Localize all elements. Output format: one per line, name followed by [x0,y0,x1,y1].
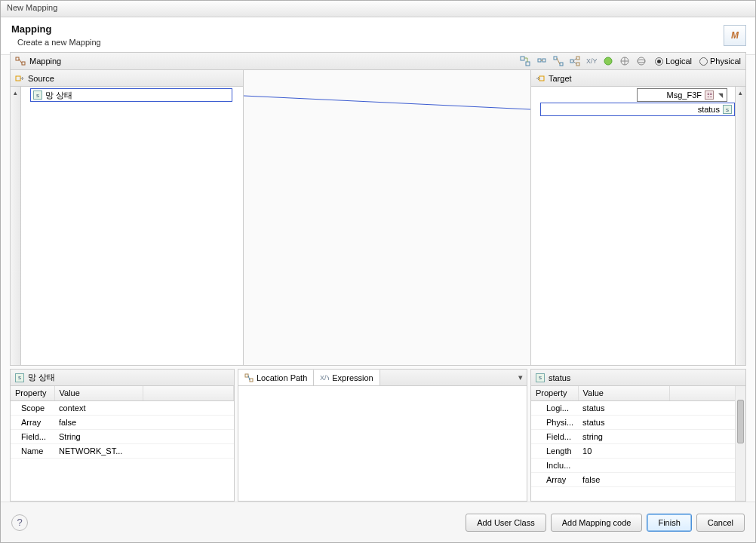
view-mode-logical[interactable]: Logical [655,57,692,66]
target-header: Target [531,70,745,87]
target-panel: Target ▴ Msg_F3F ☷ ◥ status s [530,70,746,366]
svg-rect-3 [526,62,530,66]
expression-panel: Location Path X/Y Expression ▾ [238,369,527,502]
svg-line-17 [244,96,530,109]
tree-branch-icon[interactable] [569,55,581,67]
svg-rect-16 [16,76,20,81]
source-body: ▴ s 망 상태 [11,87,243,365]
scrollbar[interactable] [735,386,745,501]
page-title: Mapping [11,23,101,35]
expression-tab-label: Expression [332,373,373,382]
add-user-class-button[interactable]: Add User Class [466,514,545,532]
connection-line [244,70,530,365]
left-props-panel: s 망 상태 Property Value Scopecontext Array… [10,369,235,502]
target-root-label: Msg_F3F [667,90,702,100]
table-row[interactable]: Arrayfalse [11,415,234,429]
mapping-canvas[interactable] [244,70,530,366]
help-button[interactable]: ? [11,514,28,531]
window-titlebar: New Mapping [1,1,755,17]
xy-icon[interactable]: X/Y [585,55,598,67]
scrollbar-thumb[interactable] [737,400,744,443]
bottom-split: s 망 상태 Property Value Scopecontext Array… [10,369,746,502]
mapping-toolbar: Mapping X/Y Logical Physical [10,52,746,70]
svg-rect-8 [570,60,573,63]
string-type-icon: s [536,373,545,382]
tab-location-path[interactable]: Location Path [238,370,314,385]
globe-1-icon[interactable] [619,55,631,67]
table-row[interactable]: Scopecontext [11,400,234,415]
target-node[interactable]: status s [540,103,735,116]
source-node[interactable]: s 망 상태 [30,88,232,102]
table-row[interactable]: Physi...status [531,415,745,429]
globe-green-icon[interactable] [602,55,614,67]
radio-icon [655,57,663,66]
physical-label: Physical [710,57,741,66]
svg-text:X/Y: X/Y [320,374,329,382]
dialog-header: Mapping Create a new Mapping M [1,17,755,55]
cancel-button[interactable]: Cancel [696,514,745,532]
source-expand-gutter[interactable]: ▴ [11,87,21,365]
tab-menu-dropdown[interactable]: ▾ [515,373,527,382]
svg-rect-0 [16,57,19,60]
source-node-label: 망 상태 [45,90,72,101]
expression-icon: X/Y [320,373,329,382]
header-text: Mapping Create a new Mapping [11,23,101,47]
mapping-bar-icon [15,56,26,66]
table-row[interactable]: Inclu... [531,458,745,472]
expression-tabs: Location Path X/Y Expression ▾ [238,370,527,386]
svg-rect-5 [542,59,545,62]
svg-rect-6 [554,57,557,60]
target-title: Target [549,74,572,83]
view-mode-physical[interactable]: Physical [699,57,741,66]
table-row[interactable]: Arrayfalse [531,472,745,486]
source-title: Source [28,74,54,83]
table-row[interactable]: Field...string [531,429,745,443]
svg-point-15 [638,60,645,63]
tab-expression[interactable]: X/Y Expression [314,370,380,385]
col-value[interactable]: Value [578,386,669,400]
right-props-table: Property Value Logi...status Physi...sta… [531,386,745,487]
right-props-title: status [549,373,570,382]
dialog-footer: ? Add User Class Add Mapping code Finish… [1,502,755,542]
add-mapping-code-button[interactable]: Add Mapping code [551,514,643,532]
location-path-icon [244,373,254,382]
source-header: Source [11,70,243,87]
col-property[interactable]: Property [11,386,54,400]
target-expand-gutter[interactable]: ▴ [735,87,745,365]
svg-rect-1 [22,62,25,65]
table-row[interactable]: Logi...status [531,400,745,415]
chevron-marker-icon: ◥ [717,91,724,99]
right-props-panel: s status Property Value Logi...status Ph… [530,369,746,502]
tree-link-icon[interactable] [552,55,564,67]
svg-rect-7 [560,63,563,66]
svg-rect-10 [576,63,579,66]
window-title: New Mapping [7,3,57,12]
mapping-icon: M [724,25,746,46]
svg-rect-4 [538,59,541,62]
main-split: Source ▴ s 망 상태 Target [10,70,746,366]
tree-nav-icon[interactable] [536,55,548,67]
table-row[interactable]: Length10 [531,443,745,458]
source-panel: Source ▴ s 망 상태 [10,70,244,366]
finish-button[interactable]: Finish [647,514,691,532]
col-property[interactable]: Property [531,386,578,400]
svg-rect-18 [539,76,544,81]
left-props-table: Property Value Scopecontext Arrayfalse F… [11,386,234,459]
col-value[interactable]: Value [54,386,143,400]
string-type-icon: s [33,90,42,100]
table-row[interactable]: NameNETWORK_ST... [11,443,234,458]
left-props-header: s 망 상태 [11,370,234,386]
dialog-window: New Mapping Mapping Create a new Mapping… [0,0,756,543]
location-tab-label: Location Path [257,373,307,382]
source-arrow-icon [15,74,24,83]
toolbar-actions: X/Y Logical Physical [519,55,741,67]
target-root-node[interactable]: Msg_F3F ☷ ◥ [637,88,727,102]
string-type-icon: s [723,105,732,114]
right-props-header: s status [531,370,745,386]
svg-rect-9 [576,57,579,60]
svg-point-12 [604,57,612,65]
tree-expand-icon[interactable] [519,55,531,67]
svg-rect-20 [250,379,253,382]
globe-2-icon[interactable] [635,55,647,67]
table-row[interactable]: Field...String [11,429,234,443]
